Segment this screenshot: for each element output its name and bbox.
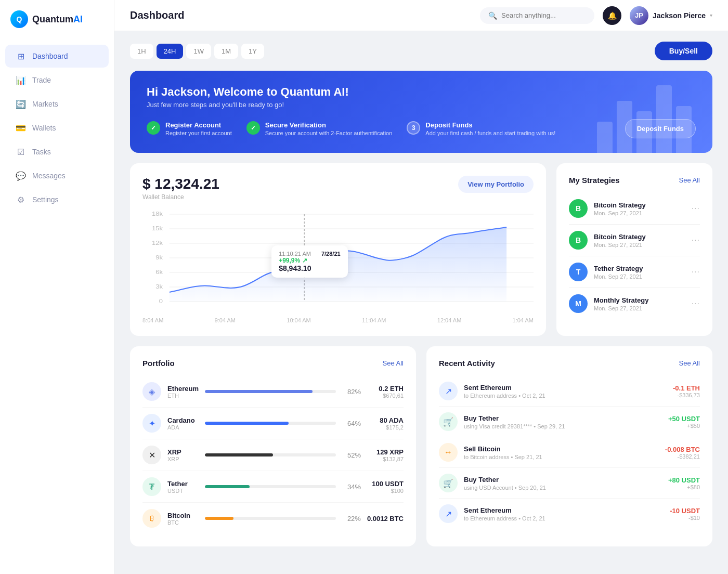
activity-sub-4: to Ethereum address • Oct 2, 21 [464,515,664,521]
amt-main-2: -0.008 BTC [665,446,700,453]
search-box: 🔍 [480,7,594,24]
amt-main-4: -10 USDT [670,507,700,515]
amt-sub-4: -$10 [670,515,700,521]
svg-text:3k: 3k [155,284,163,289]
strategy-menu-2[interactable]: ··· [692,267,700,277]
sidebar-item-wallets[interactable]: 💳Wallets [5,116,109,139]
progress-bar-XRP [205,453,273,456]
banner-step-2: ✓ Secure Verification Secure your accoun… [246,121,393,136]
step-label-1: Register Account [165,121,232,129]
strategy-info-0: Bitcoin Strategy Mon. Sep 27, 2021 [594,201,685,216]
logo-text: QuantumAI [32,14,83,25]
view-portfolio-button[interactable]: View my Portfolio [458,176,534,193]
bar-5 [676,106,692,153]
markets-icon: 🔄 [16,99,26,109]
activity-icon-3: 🛒 [439,474,458,492]
strategy-item-2: T Tether Strategy Mon. Sep 27, 2021 ··· [569,256,700,288]
strategy-menu-1[interactable]: ··· [692,236,700,245]
strategy-name-0: Bitcoin Strategy [594,201,685,209]
activity-amount-1: +50 USDT +$50 [668,415,700,429]
strategies-see-all[interactable]: See All [679,176,700,184]
strategy-date-3: Mon. Sep 27, 2021 [594,305,685,311]
time-filter-1y[interactable]: 1Y [241,44,264,59]
portfolio-title: Portfolio [142,359,175,368]
activity-item-2: ↔ Sell Bitcoin to Bitcoin address • Sep … [439,437,700,468]
time-filter-1w[interactable]: 1W [186,44,211,59]
activity-sub-2: to Bitcoin address • Sep 21, 21 [464,454,659,460]
header: Dashboard 🔍 🔔 JP Jackson Pierce ▾ [114,0,728,31]
activity-see-all[interactable]: See All [679,359,700,367]
portfolio-item-1: ✦ Cardano ADA 64% 80 ADA $175,2 [142,408,404,439]
time-filter-24h[interactable]: 24H [157,44,184,59]
progress-bar-wrap-XRP [205,453,336,456]
portfolio-item-0: ◈ Ethereum ETH 82% 0.2 ETH $670,61 [142,376,404,408]
time-filter-1m[interactable]: 1M [214,44,238,59]
sidebar: Q QuantumAI ⊞Dashboard📊Trade🔄Markets💳Wal… [0,0,114,574]
time-filters: 1H24H1W1M1Y [130,44,264,59]
sidebar-label-markets: Markets [32,100,58,108]
sidebar-item-tasks[interactable]: ☑Tasks [5,140,109,163]
svg-text:9k: 9k [155,255,163,260]
coin-icon-ADA: ✦ [142,414,161,433]
sidebar-item-dashboard[interactable]: ⊞Dashboard [5,45,109,68]
strategy-info-2: Tether Strategy Mon. Sep 27, 2021 [594,265,685,280]
tooltip-date: 7/28/21 [321,251,341,257]
time-filter-1h[interactable]: 1H [130,44,153,59]
pct-label-ETH: 82% [342,388,361,396]
bar-2 [617,101,632,153]
tasks-icon: ☑ [16,147,26,157]
wallets-icon: 💳 [16,123,26,133]
sidebar-item-markets[interactable]: 🔄Markets [5,93,109,115]
coin-value-ADA: $175,2 [367,424,404,430]
search-input[interactable] [501,11,586,19]
notification-button[interactable]: 🔔 [603,6,621,25]
user-info[interactable]: JP Jackson Pierce ▾ [630,6,712,25]
user-name: Jackson Pierce [653,11,706,20]
activity-icon-4: ↗ [439,504,458,523]
welcome-banner: Hi Jackson, Welcome to Quantum AI! Just … [130,71,712,153]
activity-name-4: Sent Ethereum [464,506,664,514]
portfolio-header: Portfolio See All [142,359,404,368]
strategies-header: My Strategies See All [569,176,700,185]
search-icon: 🔍 [488,11,497,20]
svg-text:18k: 18k [152,211,163,216]
coin-icon-BTC: ₿ [142,509,161,528]
coin-name-ETH: Ethereum [167,385,199,393]
svg-text:12k: 12k [152,240,163,245]
logo: Q QuantumAI [0,10,114,44]
activity-sub-0: to Ethereum address • Oct 2, 21 [464,393,667,399]
chart-x-label: 9:04 AM [215,317,236,323]
strategy-menu-0[interactable]: ··· [692,204,700,213]
top-bar: 1H24H1W1M1Y Buy/Sell [130,42,712,60]
strategy-menu-3[interactable]: ··· [692,299,700,308]
coin-ticker-BTC: BTC [167,519,199,526]
pct-label-BTC: 22% [342,515,361,523]
coin-ticker-ETH: ETH [167,393,199,399]
pct-label-USDT: 34% [342,483,361,491]
progress-bar-ETH [205,390,313,393]
pct-label-XRP: 52% [342,451,361,459]
portfolio-see-all[interactable]: See All [383,359,404,367]
wallet-balance: $ 12,324.21 [142,176,219,192]
coin-ticker-USDT: USDT [167,488,199,494]
activity-title: Recent Activity [439,359,495,368]
strategy-name-3: Monthly Strategy [594,296,685,304]
activity-sub-1: using Visa credit 29381**** • Sep 29, 21 [464,423,662,429]
buy-sell-button[interactable]: Buy/Sell [655,42,712,60]
amt-main-3: +80 USDT [668,476,700,484]
sidebar-label-dashboard: Dashboard [32,52,68,60]
sidebar-item-messages[interactable]: 💬Messages [5,164,109,187]
sidebar-item-trade[interactable]: 📊Trade [5,69,109,92]
coin-icon-XRP: ✕ [142,446,161,464]
amt-sub-1: +$50 [668,423,700,429]
chart-x-label: 10:04 AM [287,317,310,323]
strategies-card: My Strategies See All B Bitcoin Strategy… [556,163,712,336]
strategies-list: B Bitcoin Strategy Mon. Sep 27, 2021 ···… [569,193,700,319]
chart-x-label: 8:04 AM [142,317,163,323]
dashboard-icon: ⊞ [16,51,26,61]
sidebar-item-settings[interactable]: ⚙Settings [5,188,109,211]
logo-icon: Q [10,10,28,28]
activity-icon-1: 🛒 [439,412,458,431]
bar-3 [636,111,652,153]
activity-amount-0: -0.1 ETH -$336,73 [673,384,700,398]
